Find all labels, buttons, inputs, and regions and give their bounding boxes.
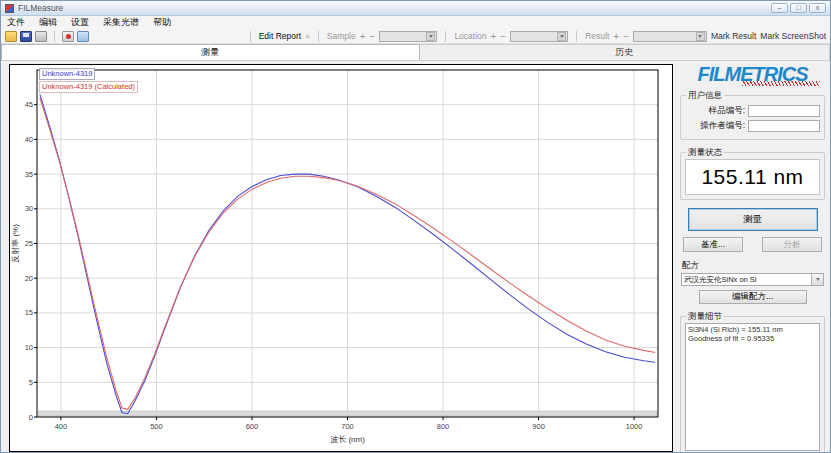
menu-settings[interactable]: 设置 — [71, 16, 89, 29]
copy-icon[interactable] — [77, 31, 89, 42]
menu-edit[interactable]: 编辑 — [39, 16, 57, 29]
measure-status-group: 测量状态 155.11 nm — [680, 152, 825, 200]
location-minus-button[interactable]: − — [500, 31, 506, 42]
open-icon[interactable] — [5, 31, 17, 42]
menu-acquire-spectrum[interactable]: 采集光谱 — [103, 16, 139, 29]
menu-help[interactable]: 帮助 — [153, 16, 171, 29]
logo-hatch-decoration — [742, 81, 820, 86]
location-plus-button[interactable]: + — [491, 31, 497, 42]
window-title: FILMeasure — [18, 3, 63, 13]
app-window: FILMeasure – □ x 文件 编辑 设置 采集光谱 帮助 Edit R… — [0, 0, 831, 453]
toolbar: Edit Report × Sample + − Location + − Re… — [1, 29, 830, 44]
mark-result-button[interactable]: Mark Result — [711, 31, 756, 41]
measurement-value-box: 155.11 nm — [685, 159, 820, 195]
user-info-group: 用户信息 样品编号: 操作者编号: — [680, 95, 825, 140]
menu-bar: 文件 编辑 设置 采集光谱 帮助 — [1, 16, 830, 29]
spectrum-chart-panel: 4005006007008009001000051015202530354045… — [9, 64, 673, 452]
recipe-label: 配方 — [682, 260, 828, 272]
recipe-combobox[interactable]: 武汉光安伦SiNx on Si — [681, 273, 824, 286]
svg-text:10: 10 — [25, 343, 33, 352]
measure-status-title: 测量状态 — [686, 147, 724, 159]
toolbar-separator — [54, 31, 55, 42]
dropdown-arrow-icon[interactable] — [426, 32, 435, 41]
analyze-button[interactable]: 分析 — [762, 237, 822, 252]
legend-calculated: Unknown-4319 (Calculated) — [39, 81, 138, 93]
legend-measured: Unknown-4319 — [39, 68, 95, 80]
measure-details-title: 测量细节 — [686, 311, 724, 323]
filmetrics-logo: FILMETRICS — [677, 63, 828, 87]
maximize-button[interactable]: □ — [790, 3, 807, 13]
location-combobox[interactable] — [510, 31, 568, 42]
chart-legend: Unknown-4319 Unknown-4319 (Calculated) — [39, 68, 138, 93]
title-bar: FILMeasure – □ x — [1, 1, 830, 16]
menu-file[interactable]: 文件 — [7, 16, 25, 29]
svg-text:0: 0 — [29, 413, 33, 422]
svg-text:30: 30 — [25, 204, 33, 213]
screenshot-icon[interactable] — [62, 31, 74, 42]
close-button[interactable]: x — [809, 3, 826, 13]
svg-text:25: 25 — [25, 239, 33, 248]
side-panel: FILMETRICS 用户信息 样品编号: 操作者编号: 测量状态 155.11… — [677, 61, 828, 453]
sample-plus-button[interactable]: + — [360, 31, 366, 42]
measure-button[interactable]: 测量 — [688, 208, 818, 231]
dropdown-arrow-icon[interactable] — [696, 32, 705, 41]
recipe-value: 武汉光安伦SiNx on Si — [682, 275, 811, 285]
main-content: 4005006007008009001000051015202530354045… — [1, 61, 830, 453]
edit-report-close-icon[interactable]: × — [305, 32, 310, 41]
user-info-title: 用户信息 — [686, 90, 724, 102]
baseline-button[interactable]: 基准... — [683, 237, 743, 252]
operator-id-input[interactable] — [748, 120, 820, 132]
svg-text:35: 35 — [25, 170, 33, 179]
print-icon[interactable] — [35, 31, 47, 42]
spectrum-chart: 4005006007008009001000051015202530354045… — [10, 65, 672, 451]
thickness-value: 155.11 nm — [701, 165, 803, 189]
svg-text:45: 45 — [25, 100, 33, 109]
location-label: Location — [454, 31, 486, 41]
sample-id-input[interactable] — [748, 105, 820, 117]
svg-text:700: 700 — [341, 422, 354, 431]
tab-history[interactable]: 历史 — [420, 44, 830, 60]
sample-id-label: 样品编号: — [709, 105, 745, 117]
measure-details-list[interactable]: Si3N4 (Si Rich) = 155.11 nm Goodness of … — [685, 323, 820, 451]
result-plus-button[interactable]: + — [613, 31, 619, 42]
dropdown-arrow-icon[interactable] — [557, 32, 566, 41]
app-icon — [5, 4, 14, 13]
svg-text:500: 500 — [150, 422, 163, 431]
result-label: Result — [585, 31, 609, 41]
svg-text:600: 600 — [246, 422, 259, 431]
operator-id-label: 操作者编号: — [700, 120, 745, 132]
svg-text:1000: 1000 — [626, 422, 643, 431]
svg-text:40: 40 — [25, 135, 33, 144]
result-combobox[interactable] — [633, 31, 707, 42]
sample-label: Sample — [327, 31, 356, 41]
svg-text:波长 (nm): 波长 (nm) — [330, 435, 365, 444]
svg-text:5: 5 — [29, 378, 33, 387]
dropdown-arrow-icon[interactable] — [811, 274, 823, 285]
edit-recipe-button[interactable]: 编辑配方... — [699, 290, 807, 304]
result-minus-button[interactable]: − — [623, 31, 629, 42]
save-icon[interactable] — [20, 31, 32, 42]
svg-text:反射率 (%): 反射率 (%) — [11, 224, 20, 263]
tab-strip: 测量 历史 — [1, 44, 830, 61]
svg-text:800: 800 — [437, 422, 450, 431]
sample-combobox[interactable] — [379, 31, 437, 42]
svg-text:15: 15 — [25, 308, 33, 317]
tab-measure[interactable]: 测量 — [1, 44, 420, 60]
edit-report-button[interactable]: Edit Report — [259, 31, 302, 41]
measure-details-group: 测量细节 Si3N4 (Si Rich) = 155.11 nm Goodnes… — [680, 316, 825, 453]
svg-text:20: 20 — [25, 274, 33, 283]
mark-screenshot-button[interactable]: Mark ScreenShot — [760, 31, 826, 41]
detail-gof-line: Goodness of fit = 0.95335 — [688, 334, 817, 343]
sample-minus-button[interactable]: − — [370, 31, 376, 42]
detail-thickness-line: Si3N4 (Si Rich) = 155.11 nm — [688, 325, 817, 334]
svg-text:400: 400 — [55, 422, 68, 431]
svg-text:900: 900 — [532, 422, 545, 431]
minimize-button[interactable]: – — [771, 3, 788, 13]
